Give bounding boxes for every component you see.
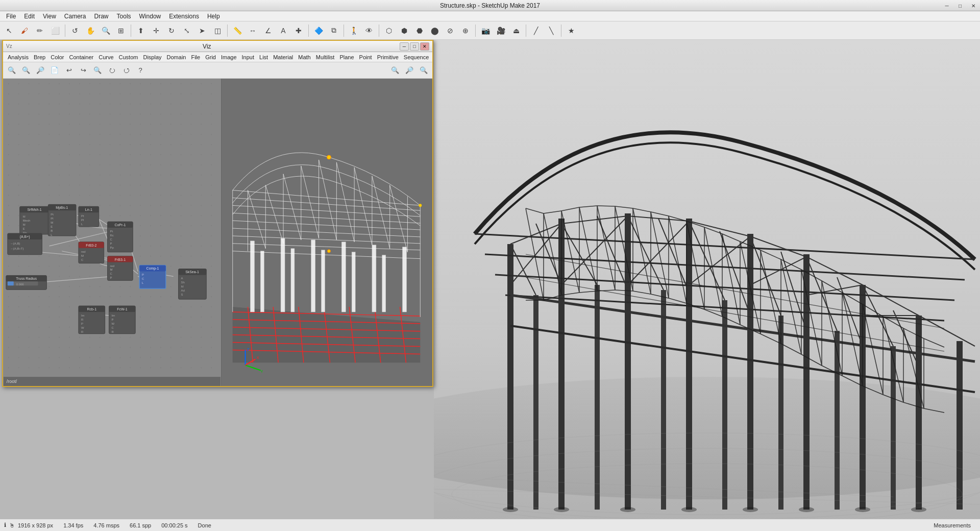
viz-tool-4[interactable]: 📄 <box>48 64 61 77</box>
walk-tool[interactable]: 🚶 <box>347 23 361 38</box>
move-tool[interactable]: ✛ <box>149 23 163 38</box>
protractor-tool[interactable]: ∠ <box>261 23 275 38</box>
solid-tools-2[interactable]: ⬢ <box>397 23 411 38</box>
viz-menu-point[interactable]: Point <box>357 54 375 60</box>
camera-btn-1[interactable]: 📷 <box>478 23 493 38</box>
viz-menu-shape[interactable]: Shape <box>431 54 432 60</box>
menu-window[interactable]: Window <box>135 11 165 21</box>
zoom-extents-tool[interactable]: ⊞ <box>114 23 128 38</box>
status-section: Done <box>198 522 211 528</box>
svg-text:MpBs-1: MpBs-1 <box>56 206 68 210</box>
viz-preview-tool-2[interactable]: 🔎 <box>403 64 416 77</box>
viz-menu-multilist[interactable]: Multilist <box>313 54 337 60</box>
rectangle-tool[interactable]: ⬜ <box>48 23 62 38</box>
svg-text:R: R <box>81 318 84 321</box>
menu-draw[interactable]: Draw <box>90 11 113 21</box>
groups-tool[interactable]: ⧉ <box>327 23 341 38</box>
svg-point-145 <box>855 507 870 512</box>
viz-menu-container[interactable]: Container <box>67 54 96 60</box>
viz-menu-color[interactable]: Color <box>48 54 66 60</box>
style-btn-1[interactable]: ╱ <box>529 23 543 38</box>
viz-menu-file[interactable]: File <box>188 54 203 60</box>
style-btn-2[interactable]: ╲ <box>544 23 558 38</box>
zoom-tool[interactable]: 🔍 <box>99 23 113 38</box>
viz-menu-math[interactable]: Math <box>296 54 313 60</box>
menu-help[interactable]: Help <box>203 11 224 21</box>
viz-menu-primitive[interactable]: Primitive <box>375 54 401 60</box>
lookround-tool[interactable]: 👁 <box>362 23 376 38</box>
svg-text:Id: Id <box>181 285 184 288</box>
viz-menu-image[interactable]: Image <box>218 54 239 60</box>
follow-me-tool[interactable]: ➤ <box>195 23 209 38</box>
solid-tools-6[interactable]: ⊕ <box>458 23 473 38</box>
minimize-button[interactable]: ─ <box>940 0 953 11</box>
menu-camera[interactable]: Camera <box>60 11 90 21</box>
rotate-tool[interactable]: ↻ <box>164 23 179 38</box>
svg-rect-275 <box>372 245 376 312</box>
svg-text:E: E <box>51 225 53 228</box>
maximize-button[interactable]: □ <box>953 0 967 11</box>
menu-file[interactable]: File <box>2 11 20 21</box>
viz-tool-7[interactable]: 🔍 <box>91 64 104 77</box>
close-button[interactable]: ✕ <box>967 0 980 11</box>
svg-rect-279 <box>322 250 325 312</box>
viz-tool-1[interactable]: 🔍 <box>5 64 18 77</box>
viz-menu-curve[interactable]: Curve <box>96 54 116 60</box>
paint-tool[interactable]: 🖌 <box>17 23 32 38</box>
viz-tool-5[interactable]: ↩ <box>62 64 76 77</box>
solid-tools-1[interactable]: ⬡ <box>382 23 396 38</box>
menu-tools[interactable]: Tools <box>113 11 135 21</box>
viz-menu-list[interactable]: List <box>257 54 271 60</box>
viz-tool-9[interactable]: ⭯ <box>119 64 133 77</box>
viz-tool-6[interactable]: ↪ <box>77 64 90 77</box>
viz-3d-preview[interactable]: Z Y X <box>222 79 432 386</box>
dimension-tool[interactable]: ↔ <box>246 23 260 38</box>
camera-btn-2[interactable]: 🎥 <box>494 23 508 38</box>
menu-edit[interactable]: Edit <box>20 11 39 21</box>
text-tool[interactable]: A <box>276 23 290 38</box>
menu-view[interactable]: View <box>39 11 60 21</box>
offset-tool[interactable]: ◫ <box>210 23 225 38</box>
viz-menu-custom[interactable]: Custom <box>116 54 141 60</box>
solid-tools-3[interactable]: ⬣ <box>412 23 427 38</box>
viz-menu-brep[interactable]: Brep <box>31 54 48 60</box>
viz-menu-analysis[interactable]: Analysis <box>5 54 31 60</box>
sketchup-viewport[interactable]: Vz Viz ─ □ ✕ Analysis Brep Color Contain… <box>0 40 980 531</box>
pan-tool[interactable]: ✋ <box>83 23 97 38</box>
solid-tools-5[interactable]: ⊘ <box>443 23 457 38</box>
viz-tool-8[interactable]: ⭮ <box>105 64 118 77</box>
fx-btn[interactable]: ★ <box>564 23 578 38</box>
viz-menu-sequence[interactable]: Sequence <box>401 54 432 60</box>
eraser-tool[interactable]: ✏ <box>33 23 47 38</box>
axes-tool[interactable]: ✚ <box>291 23 306 38</box>
scale-tool[interactable]: ⤡ <box>180 23 194 38</box>
menu-extensions[interactable]: Extensions <box>165 11 203 21</box>
viz-node-graph[interactable]: SrfMsh-1 Id Mesh M E Mp MpBs-1 Pt Pl M E… <box>3 79 222 386</box>
viz-menu-domain[interactable]: Domain <box>164 54 189 60</box>
solid-tools-4[interactable]: ⬤ <box>428 23 442 38</box>
toolbar-sep-6 <box>379 25 379 37</box>
select-tool[interactable]: ↖ <box>2 23 16 38</box>
viz-minimize-button[interactable]: ─ <box>400 42 409 51</box>
tape-tool[interactable]: 📏 <box>230 23 244 38</box>
viz-tool-2[interactable]: 🔍 <box>19 64 33 77</box>
viz-menu-plane[interactable]: Plane <box>337 54 356 60</box>
svg-text:E: E <box>23 227 25 230</box>
viz-preview-tool-1[interactable]: 🔍 <box>388 64 402 77</box>
svg-line-55 <box>597 206 615 206</box>
svg-text:Pl: Pl <box>51 217 53 220</box>
viz-preview-tool-3[interactable]: 🔍 <box>417 64 430 77</box>
viz-close-button[interactable]: ✕ <box>420 42 429 51</box>
push-pull-tool[interactable]: ⬆ <box>134 23 148 38</box>
viz-menu-input[interactable]: Input <box>239 54 257 60</box>
components-tool[interactable]: 🔷 <box>311 23 326 38</box>
camera-btn-3[interactable]: ⏏ <box>509 23 523 38</box>
viz-menu-display[interactable]: Display <box>140 54 164 60</box>
viz-restore-button[interactable]: □ <box>410 42 419 51</box>
viz-tool-10[interactable]: ? <box>134 64 147 77</box>
viz-tool-3[interactable]: 🔎 <box>34 64 47 77</box>
orbit-tool[interactable]: ↺ <box>68 23 82 38</box>
viz-menu-grid[interactable]: Grid <box>203 54 218 60</box>
svg-point-144 <box>799 507 814 512</box>
viz-menu-material[interactable]: Material <box>271 54 296 60</box>
